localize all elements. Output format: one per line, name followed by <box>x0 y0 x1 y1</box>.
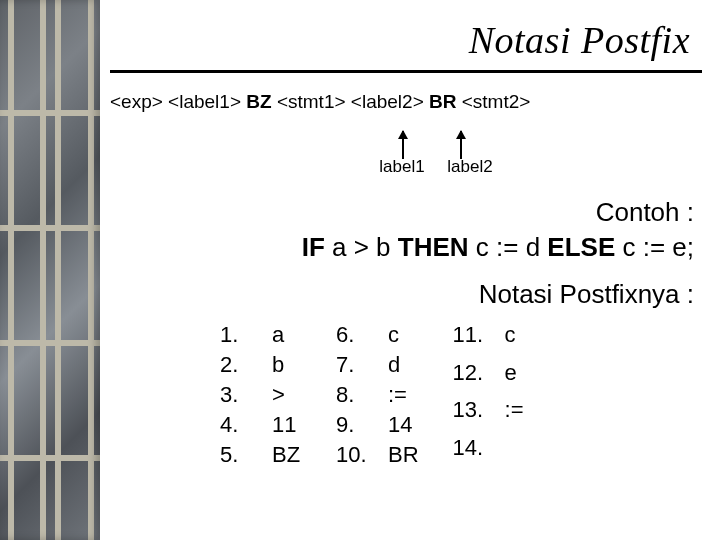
token-val: c <box>505 322 535 356</box>
up-arrow-icon <box>460 131 462 159</box>
token-num: 6. <box>336 322 370 348</box>
example-line: IF a > b THEN c := d ELSE c := e; <box>110 230 694 265</box>
token-val: b <box>272 352 302 378</box>
grammar-br: BR <box>429 91 456 112</box>
title-rule <box>110 70 702 73</box>
token-num: 14. <box>453 435 487 469</box>
token-val: 11 <box>272 412 302 438</box>
token-val: > <box>272 382 302 408</box>
token-columns: 1.a 2.b 3.> 4.11 5.BZ 6.c 7.d 8.:= 9.14 … <box>110 322 702 468</box>
example-cond: a > b <box>325 232 398 262</box>
example-then: c := d <box>469 232 548 262</box>
grammar-text-3: <stmt2> <box>456 91 530 112</box>
token-val: BR <box>388 442 419 468</box>
token-num: 3. <box>220 382 254 408</box>
grammar-rule: <exp> <label1> BZ <stmt1> <label2> BR <s… <box>110 91 702 113</box>
token-val: := <box>388 382 419 408</box>
arrow-label-1: label1 <box>379 157 424 177</box>
example-else: c := e; <box>615 232 694 262</box>
token-num: 7. <box>336 352 370 378</box>
token-num: 5. <box>220 442 254 468</box>
example-heading: Contoh : <box>110 195 694 230</box>
token-num: 8. <box>336 382 370 408</box>
token-val: e <box>505 360 535 394</box>
token-num: 1. <box>220 322 254 348</box>
kw-else: ELSE <box>547 232 615 262</box>
token-num: 12. <box>453 360 487 394</box>
arrow-annotations: label1 label2 <box>110 119 702 175</box>
token-column-3: 11.c 12.e 13.:= 14. <box>453 322 535 468</box>
token-val <box>505 435 535 469</box>
token-num: 11. <box>453 322 487 356</box>
token-num: 9. <box>336 412 370 438</box>
sidebar-texture <box>0 0 100 540</box>
up-arrow-icon <box>402 131 404 159</box>
token-val: := <box>505 397 535 431</box>
kw-then: THEN <box>398 232 469 262</box>
token-val: a <box>272 322 302 348</box>
grammar-bz: BZ <box>246 91 271 112</box>
token-num: 10. <box>336 442 370 468</box>
page-title: Notasi Postfix <box>110 18 702 62</box>
slide-content: Notasi Postfix <exp> <label1> BZ <stmt1>… <box>110 18 702 528</box>
token-val: 14 <box>388 412 419 438</box>
arrow-label-2: label2 <box>447 157 492 177</box>
token-num: 4. <box>220 412 254 438</box>
grammar-text-1: <exp> <label1> <box>110 91 246 112</box>
grammar-text-2: <stmt1> <label2> <box>272 91 429 112</box>
kw-if: IF <box>302 232 325 262</box>
token-num: 13. <box>453 397 487 431</box>
example-block: Contoh : IF a > b THEN c := d ELSE c := … <box>110 195 702 265</box>
postfix-heading: Notasi Postfixnya : <box>110 279 702 310</box>
token-val: c <box>388 322 419 348</box>
token-val: BZ <box>272 442 302 468</box>
token-column-2: 6.c 7.d 8.:= 9.14 10.BR <box>336 322 419 468</box>
token-num: 2. <box>220 352 254 378</box>
token-column-1: 1.a 2.b 3.> 4.11 5.BZ <box>220 322 302 468</box>
token-val: d <box>388 352 419 378</box>
